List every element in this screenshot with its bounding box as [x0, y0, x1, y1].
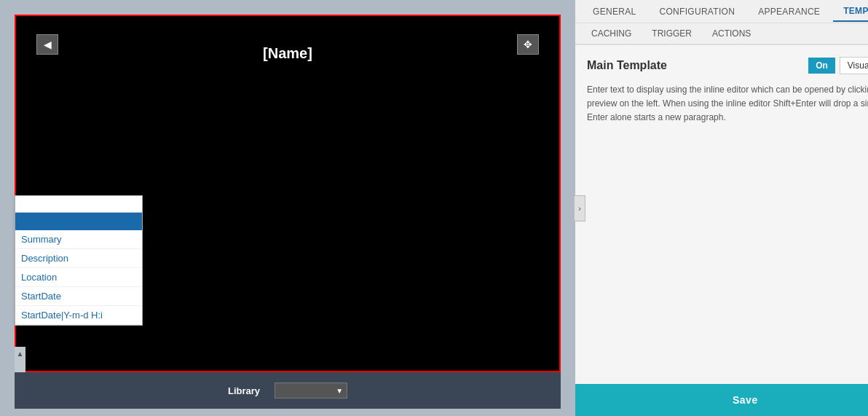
tab-templates[interactable]: TEMPLATES: [833, 1, 868, 22]
dropdown-popup: Summary Description Location StartDate S…: [15, 195, 143, 326]
subtab-caching[interactable]: CACHING: [583, 25, 640, 42]
visual-editor-button[interactable]: Visual editor: [840, 57, 868, 74]
scroll-indicator: ▲: [15, 347, 25, 376]
sub-nav: CACHING TRIGGER ACTIONS: [575, 23, 868, 45]
main-template-title: Main Template: [587, 59, 667, 72]
dropdown-search-input[interactable]: [15, 196, 142, 213]
move-button[interactable]: ✥: [517, 34, 539, 55]
dropdown-item-startdate[interactable]: StartDate: [15, 287, 142, 306]
toggle-on-button[interactable]: On: [808, 58, 835, 74]
bottom-bar: Library ▼: [15, 372, 561, 409]
preview-name-text: [Name]: [263, 45, 312, 62]
save-button[interactable]: Save: [575, 384, 868, 416]
back-icon: ◀: [44, 39, 52, 50]
collapse-button[interactable]: ›: [574, 195, 585, 221]
library-select-wrapper: ▼: [275, 382, 347, 399]
left-panel: ◀ ✥ [Name] Summary Description Location …: [0, 0, 575, 416]
move-icon: ✥: [524, 39, 532, 50]
scroll-up-arrow[interactable]: ▲: [17, 350, 24, 358]
tab-general[interactable]: GENERAL: [583, 2, 646, 21]
tab-appearance[interactable]: APPEARANCE: [748, 2, 830, 21]
dropdown-selected-item[interactable]: [15, 213, 142, 230]
subtab-actions[interactable]: ACTIONS: [703, 25, 760, 42]
dropdown-item-description[interactable]: Description: [15, 249, 142, 268]
top-nav: GENERAL CONFIGURATION APPEARANCE TEMPLAT…: [575, 0, 868, 23]
toggle-group: On Visual editor: [808, 57, 868, 74]
library-label: Library: [228, 385, 260, 396]
dropdown-item-summary[interactable]: Summary: [15, 230, 142, 249]
main-template-header: Main Template On Visual editor: [587, 57, 868, 74]
library-select[interactable]: [275, 382, 347, 399]
back-button[interactable]: ◀: [36, 34, 58, 55]
collapse-icon: ›: [578, 204, 581, 213]
dropdown-item-startdate-format[interactable]: StartDate|Y-m-d H:i: [15, 306, 142, 325]
tab-configuration[interactable]: CONFIGURATION: [649, 2, 745, 21]
subtab-trigger[interactable]: TRIGGER: [643, 25, 701, 42]
save-section: Save: [575, 384, 868, 416]
panel-content: Main Template On Visual editor Enter tex…: [575, 45, 868, 384]
dropdown-item-location[interactable]: Location: [15, 268, 142, 287]
right-panel: GENERAL CONFIGURATION APPEARANCE TEMPLAT…: [575, 0, 868, 416]
template-description: Enter text to display using the inline e…: [587, 83, 868, 125]
dropdown-list: Summary Description Location StartDate S…: [15, 213, 142, 325]
